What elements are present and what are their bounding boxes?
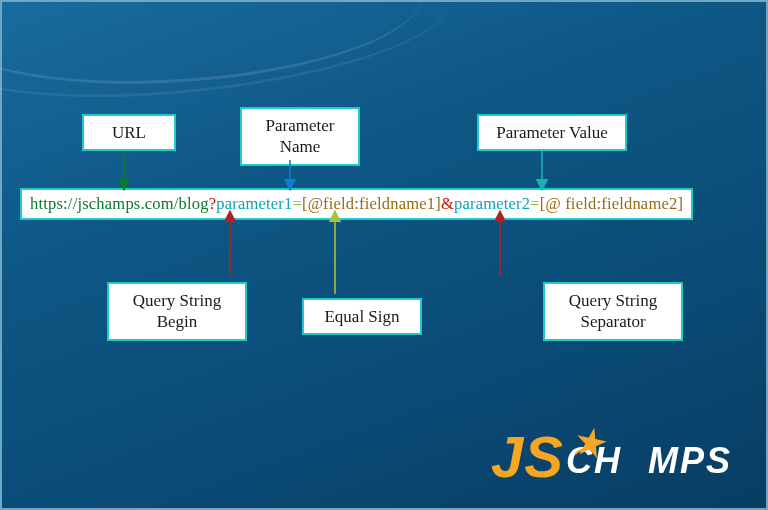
slide-page: URL Parameter Name Parameter Value https…: [0, 0, 768, 510]
decorative-swoosh-2: [0, 0, 457, 119]
star-icon: [574, 426, 608, 460]
label-equal-sign: Equal Sign: [302, 298, 422, 335]
logo-s: S: [524, 423, 564, 490]
url-amp: &: [441, 194, 454, 213]
label-parameter-value: Parameter Value: [477, 114, 627, 151]
label-query-begin: Query String Begin: [107, 282, 247, 341]
logo-j: J: [491, 423, 524, 490]
jschamps-logo: JS CHMPS: [491, 423, 732, 490]
url-val1: [@field:fieldname1]: [302, 194, 441, 213]
logo-mps-part: MPS: [648, 440, 732, 481]
url-example: https://jschamps.com/blog?parameter1=[@f…: [20, 188, 693, 220]
url-param2: parameter2: [454, 194, 530, 213]
url-val2: [@ field:fieldname2]: [540, 194, 683, 213]
url-base: https://jschamps.com/blog: [30, 194, 209, 213]
label-query-separator: Query String Separator: [543, 282, 683, 341]
logo-js: JS: [491, 423, 564, 490]
label-url: URL: [82, 114, 176, 151]
url-param1: parameter1: [216, 194, 292, 213]
label-parameter-name: Parameter Name: [240, 107, 360, 166]
url-eq2: =: [530, 194, 540, 213]
url-eq1: =: [292, 194, 302, 213]
